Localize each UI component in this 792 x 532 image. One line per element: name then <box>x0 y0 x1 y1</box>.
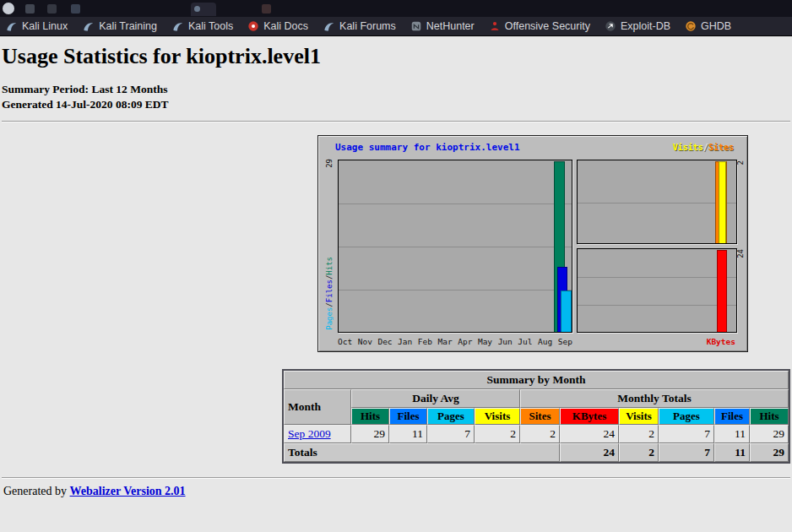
month-label: Sep <box>558 337 572 346</box>
bookmark-kali-docs[interactable]: Kali Docs <box>247 20 308 32</box>
totals-cell: 11 <box>714 443 750 462</box>
webalizer-link[interactable]: Webalizer Version 2.01 <box>70 485 186 497</box>
data-cell: 2 <box>619 425 659 443</box>
nethunter-icon <box>410 20 422 32</box>
browser-button-icon[interactable] <box>262 4 271 14</box>
month-label: Feb <box>418 337 432 346</box>
bookmark-kali-linux[interactable]: Kali Linux <box>5 20 68 33</box>
footer-text: Generated by <box>3 485 67 497</box>
page-title: Usage Statistics for kioptrix.level1 <box>2 44 790 69</box>
kbytes-axis-label: KBytes <box>707 337 735 346</box>
month-label: Oct <box>338 337 352 346</box>
data-cell: 24 <box>560 425 619 443</box>
axis-separator: / <box>325 303 334 307</box>
visits-bar <box>719 161 726 243</box>
summary-period: Summary Period: Last 12 Months <box>2 82 790 97</box>
bookmark-label: Kali Training <box>99 20 157 32</box>
browser-button-icon[interactable] <box>47 4 57 14</box>
col-header-hits: Hits <box>351 408 389 425</box>
data-cell: 2 <box>520 425 560 443</box>
month-link[interactable]: Sep 2009 <box>288 427 331 440</box>
bookmark-offensive-security[interactable]: Offensive Security <box>489 20 590 32</box>
month-cell: Sep 2009 <box>284 425 351 443</box>
gridline <box>339 247 572 247</box>
browser-button-icon[interactable] <box>71 4 80 14</box>
col-header-sites: Sites <box>520 408 560 425</box>
bookmark-label: GHDB <box>701 20 731 32</box>
pages-bar <box>561 290 572 332</box>
app-logo-icon[interactable] <box>3 3 14 14</box>
exploit-db-icon <box>605 20 616 32</box>
col-header-files: Files <box>389 408 427 425</box>
bookmark-kali-forums[interactable]: Kali Forums <box>323 20 396 33</box>
bookmark-label: NetHunter <box>426 20 475 32</box>
totals-cell: 2 <box>619 443 659 462</box>
left-axis-label: Pages/Files/Hits <box>325 257 334 330</box>
browser-titlebar <box>0 0 792 17</box>
data-cell: 2 <box>475 425 520 443</box>
data-cell: 7 <box>427 425 475 443</box>
gridline <box>339 290 572 290</box>
totals-row: Totals 24 2 7 11 29 <box>284 443 789 462</box>
gridline <box>578 203 736 204</box>
kali-docs-icon <box>247 20 259 32</box>
bookmark-label: Kali Linux <box>22 20 68 32</box>
kbytes-bar <box>717 250 727 332</box>
col-header-files: Files <box>714 408 750 425</box>
bookmark-label: Kali Forums <box>339 20 396 32</box>
month-label: Aug <box>538 337 552 346</box>
col-header-pages: Pages <box>659 408 714 425</box>
browser-tab[interactable] <box>191 3 216 16</box>
hits-files-pages-plot <box>338 160 572 333</box>
legend-visits: Visits <box>673 143 703 152</box>
ghdb-icon <box>685 20 697 32</box>
monthly-totals-header: Monthly Totals <box>520 389 789 408</box>
month-column-header: Month <box>284 389 351 425</box>
axis-separator: / <box>325 275 334 280</box>
data-cell: 29 <box>750 425 789 443</box>
browser-button-icon[interactable] <box>25 4 35 14</box>
bookmark-label: Offensive Security <box>505 20 590 32</box>
month-label: Jan <box>398 337 412 346</box>
bookmark-kali-tools[interactable]: Kali Tools <box>171 20 233 33</box>
bookmark-exploit-db[interactable]: Exploit-DB <box>605 20 670 32</box>
data-cell: 11 <box>714 425 750 443</box>
month-axis: Oct Nov Dec Jan Feb Mar Apr May Jun Jul … <box>338 337 572 346</box>
visits-sites-plot <box>577 160 737 244</box>
kali-dragon-icon <box>5 20 18 33</box>
offensive-security-icon <box>489 20 501 32</box>
col-header-kbytes: KBytes <box>560 408 619 425</box>
divider <box>2 121 790 122</box>
bookmark-nethunter[interactable]: NetHunter <box>410 20 475 32</box>
bookmark-label: Kali Tools <box>188 20 233 32</box>
divider <box>2 477 790 479</box>
right-bottom-axis-max: 24 <box>736 249 745 258</box>
chart-title: Usage summary for kioptrix.level1 <box>335 142 520 153</box>
month-label: Jul <box>518 337 532 346</box>
bookmark-ghdb[interactable]: GHDB <box>685 20 731 32</box>
gridline <box>578 305 736 306</box>
footer: Generated by Webalizer Version 2.01 <box>3 485 790 498</box>
kbytes-plot <box>577 248 737 333</box>
col-header-pages: Pages <box>427 408 475 425</box>
bookmark-label: Kali Docs <box>263 20 308 32</box>
month-label: May <box>478 337 492 346</box>
gridline <box>578 277 736 278</box>
kali-dragon-icon <box>323 20 335 33</box>
table-title: Summary by Month <box>284 371 789 389</box>
month-label: Apr <box>458 337 472 346</box>
month-label: Dec <box>377 337 392 346</box>
bookmark-kali-training[interactable]: Kali Training <box>82 20 157 33</box>
col-header-visits: Visits <box>619 408 659 425</box>
axis-label-hits: Hits <box>325 257 334 275</box>
legend-sites: Sites <box>708 143 734 152</box>
data-cell: 29 <box>351 425 389 443</box>
bookmark-label: Exploit-DB <box>621 20 670 32</box>
month-label: Nov <box>358 337 372 346</box>
totals-cell: 7 <box>659 443 714 462</box>
axis-label-files: Files <box>325 280 334 302</box>
data-cell: 7 <box>659 425 714 443</box>
left-axis-max: 29 <box>325 159 334 168</box>
table-row: Sep 2009 29 11 7 2 2 24 2 7 11 29 <box>284 425 789 443</box>
month-label: Mar <box>438 337 453 346</box>
